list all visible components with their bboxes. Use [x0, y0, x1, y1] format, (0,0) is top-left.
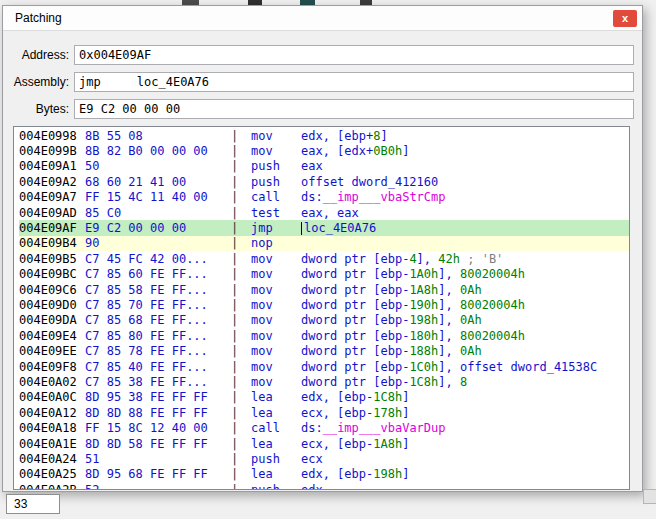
- asm-row[interactable]: 004E09988B 55 08|movedx, [ebp+8]: [19, 128, 629, 143]
- asm-operands: eax: [301, 159, 629, 173]
- asm-row[interactable]: 004E0A128D 8D 88 FE FF FF|leaecx, [ebp-1…: [19, 405, 629, 420]
- column-separator: |: [231, 298, 251, 312]
- asm-row[interactable]: 004E0A258D 95 68 FE FF FF|leaedx, [ebp-1…: [19, 467, 629, 482]
- asm-address: 004E0998: [19, 129, 85, 143]
- asm-bytes: C7 85 80 FE FF...: [85, 329, 231, 343]
- asm-address: 004E0A24: [19, 452, 85, 466]
- asm-operands: dword ptr [ebp-1C0h], offset dword_41538…: [301, 360, 629, 374]
- asm-address: 004E0A2B: [19, 483, 85, 490]
- asm-operands: dword ptr [ebp-180h], 80020004h: [301, 329, 629, 343]
- asm-bytes: 51: [85, 452, 231, 466]
- column-separator: |: [231, 467, 251, 481]
- asm-row[interactable]: 004E09DAC7 85 68 FE FF...|movdword ptr […: [19, 313, 629, 328]
- dialog-titlebar[interactable]: Patching x: [3, 6, 642, 31]
- bytes-input[interactable]: [74, 99, 634, 119]
- asm-row[interactable]: 004E0A0C8D 95 38 FE FF FF|leaedx, [ebp-1…: [19, 390, 629, 405]
- asm-mnemonic: test: [251, 206, 301, 220]
- asm-operands: dword ptr [ebp-1C8h], 8: [301, 375, 629, 389]
- asm-address: 004E09F8: [19, 360, 85, 374]
- status-value-box[interactable]: 33: [6, 494, 60, 514]
- asm-mnemonic: nop: [251, 236, 301, 250]
- asm-row[interactable]: 004E0A2B52|pushedx: [19, 482, 629, 490]
- asm-mnemonic: mov: [251, 329, 301, 343]
- assembly-label: Assembly:: [11, 75, 69, 89]
- asm-row[interactable]: 004E09A150|pusheax: [19, 159, 629, 174]
- asm-row[interactable]: 004E09F8C7 85 40 FE FF...|movdword ptr […: [19, 359, 629, 374]
- asm-row[interactable]: 004E099B8B 82 B0 00 00 00|moveax, [edx+0…: [19, 143, 629, 158]
- asm-address: 004E09D0: [19, 298, 85, 312]
- column-separator: |: [231, 144, 251, 158]
- asm-mnemonic: mov: [251, 344, 301, 358]
- asm-operands: dword ptr [ebp-190h], 80020004h: [301, 298, 629, 312]
- asm-row[interactable]: 004E0A1E8D 8D 58 FE FF FF|leaecx, [ebp-1…: [19, 436, 629, 451]
- asm-row[interactable]: 004E0A18FF 15 8C 12 40 00|callds:__imp__…: [19, 420, 629, 435]
- asm-operands: dword ptr [ebp-188h], 0Ah: [301, 344, 629, 358]
- asm-address: 004E09C6: [19, 283, 85, 297]
- asm-mnemonic: mov: [251, 267, 301, 281]
- asm-bytes: 8D 8D 88 FE FF FF: [85, 406, 231, 420]
- asm-operands: loc_4E0A76: [301, 221, 629, 235]
- asm-bytes: FF 15 8C 12 40 00: [85, 421, 231, 435]
- asm-row[interactable]: 004E09D0C7 85 70 FE FF...|movdword ptr […: [19, 297, 629, 312]
- column-separator: |: [231, 252, 251, 266]
- asm-mnemonic: mov: [251, 375, 301, 389]
- asm-row[interactable]: 004E09A268 60 21 41 00|pushoffset dword_…: [19, 174, 629, 189]
- background-fragment: [643, 489, 656, 504]
- asm-address: 004E0A1E: [19, 437, 85, 451]
- asm-operands: dword ptr [ebp-1A0h], 80020004h: [301, 267, 629, 281]
- asm-operands: ecx, [ebp-1A8h]: [301, 437, 629, 451]
- address-input[interactable]: [74, 45, 634, 65]
- asm-row[interactable]: 004E09AFE9 C2 00 00 00|jmploc_4E0A76: [19, 220, 629, 235]
- column-separator: |: [231, 437, 251, 451]
- asm-row[interactable]: 004E09AD85 C0|testeax, eax: [19, 205, 629, 220]
- asm-operands: offset dword_412160: [301, 175, 629, 189]
- asm-bytes: 8D 8D 58 FE FF FF: [85, 437, 231, 451]
- asm-operands: edx, [ebp+8]: [301, 129, 629, 143]
- asm-address: 004E09A2: [19, 175, 85, 189]
- asm-mnemonic: lea: [251, 390, 301, 404]
- column-separator: |: [231, 129, 251, 143]
- asm-mnemonic: lea: [251, 437, 301, 451]
- asm-row[interactable]: 004E09EEC7 85 78 FE FF...|movdword ptr […: [19, 343, 629, 358]
- asm-mnemonic: mov: [251, 360, 301, 374]
- asm-address: 004E09B5: [19, 252, 85, 266]
- asm-row[interactable]: 004E09B490|nop: [19, 236, 629, 251]
- asm-operands: ds:__imp___vbaStrCmp: [301, 190, 629, 204]
- assembly-input[interactable]: [74, 72, 634, 92]
- asm-mnemonic: lea: [251, 467, 301, 481]
- asm-mnemonic: mov: [251, 313, 301, 327]
- asm-address: 004E0A18: [19, 421, 85, 435]
- address-row: Address:: [11, 45, 634, 65]
- column-separator: |: [231, 406, 251, 420]
- column-separator: |: [231, 175, 251, 189]
- asm-address: 004E09AF: [19, 221, 85, 235]
- asm-row[interactable]: 004E09E4C7 85 80 FE FF...|movdword ptr […: [19, 328, 629, 343]
- asm-mnemonic: lea: [251, 406, 301, 420]
- asm-row[interactable]: 004E09BCC7 85 60 FE FF...|movdword ptr […: [19, 267, 629, 282]
- asm-mnemonic: mov: [251, 298, 301, 312]
- close-button[interactable]: x: [613, 10, 637, 27]
- column-separator: |: [231, 375, 251, 389]
- asm-mnemonic: push: [251, 175, 301, 189]
- asm-operands: dword ptr [ebp-1A8h], 0Ah: [301, 283, 629, 297]
- column-separator: |: [231, 390, 251, 404]
- asm-bytes: 85 C0: [85, 206, 231, 220]
- disassembly-listing[interactable]: 004E09988B 55 08|movedx, [ebp+8]004E099B…: [13, 126, 630, 490]
- assembly-row: Assembly:: [11, 72, 634, 92]
- asm-row[interactable]: 004E0A2451|pushecx: [19, 451, 629, 466]
- column-separator: |: [231, 206, 251, 220]
- asm-row[interactable]: 004E0A02C7 85 38 FE FF...|movdword ptr […: [19, 374, 629, 389]
- asm-row[interactable]: 004E09A7FF 15 4C 11 40 00|callds:__imp__…: [19, 190, 629, 205]
- asm-operands: eax, eax: [301, 206, 629, 220]
- asm-address: 004E09BC: [19, 267, 85, 281]
- asm-bytes: C7 85 38 FE FF...: [85, 375, 231, 389]
- asm-row[interactable]: 004E09C6C7 85 58 FE FF...|movdword ptr […: [19, 282, 629, 297]
- asm-mnemonic: call: [251, 421, 301, 435]
- asm-bytes: C7 85 68 FE FF...: [85, 313, 231, 327]
- asm-mnemonic: push: [251, 159, 301, 173]
- close-icon: x: [622, 13, 628, 24]
- column-separator: |: [231, 344, 251, 358]
- column-separator: |: [231, 190, 251, 204]
- asm-address: 004E09AD: [19, 206, 85, 220]
- asm-row[interactable]: 004E09B5C7 45 FC 42 00...|movdword ptr […: [19, 251, 629, 266]
